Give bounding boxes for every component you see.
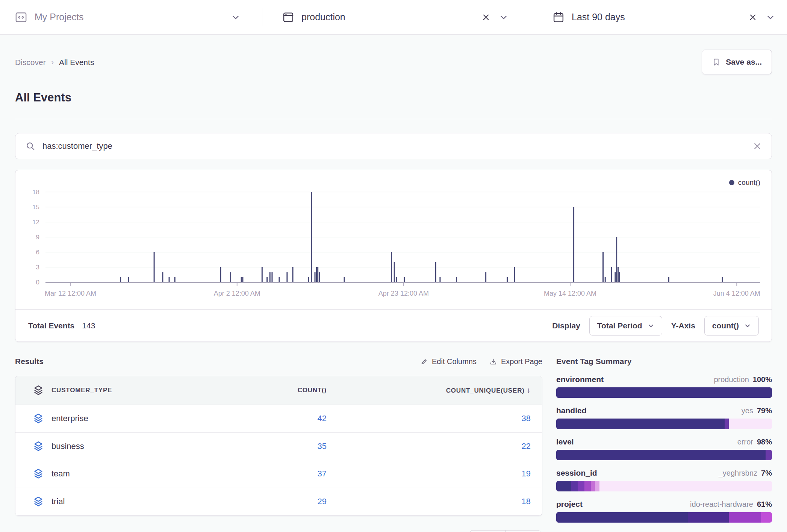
save-as-label: Save as... bbox=[726, 57, 762, 66]
tag-top-value: yes bbox=[742, 407, 753, 415]
table-body: enterprise4238business3522team3719trial2… bbox=[15, 405, 542, 515]
layers-icon bbox=[25, 496, 51, 507]
tag-bar-segment bbox=[571, 481, 578, 491]
search-bar[interactable]: has:customer_type bbox=[15, 133, 772, 159]
count-cell[interactable]: 29 bbox=[199, 497, 327, 506]
clear-search-icon[interactable] bbox=[753, 142, 762, 151]
count-unique-cell[interactable]: 38 bbox=[327, 414, 531, 423]
chevron-down-icon[interactable] bbox=[766, 13, 775, 22]
tag-bar-segment bbox=[556, 419, 725, 429]
table-row[interactable]: enterprise4238 bbox=[15, 405, 542, 433]
tag-bar-segment bbox=[761, 512, 772, 523]
window-icon bbox=[282, 11, 295, 24]
table-row[interactable]: team3719 bbox=[15, 460, 542, 488]
svg-text:Mar 12 12:00 AM: Mar 12 12:00 AM bbox=[45, 290, 96, 297]
search-icon bbox=[25, 141, 36, 151]
tag-percent: 98% bbox=[757, 438, 772, 446]
yaxis-label: Y-Axis bbox=[671, 321, 695, 330]
projects-icon bbox=[14, 11, 28, 24]
count-unique-cell[interactable]: 18 bbox=[327, 497, 531, 506]
tag-bar-segment bbox=[595, 481, 599, 491]
sort-descending-icon: ↓ bbox=[527, 386, 531, 394]
edit-columns-button[interactable]: Edit Columns bbox=[420, 357, 477, 366]
top-bar: My Projects production Last 9 bbox=[0, 0, 787, 35]
svg-text:Apr 23 12:00 AM: Apr 23 12:00 AM bbox=[378, 290, 429, 297]
count-unique-cell[interactable]: 19 bbox=[327, 469, 531, 479]
tag-percent: 61% bbox=[757, 500, 772, 509]
tag-row: projectido-react-hardware61% bbox=[556, 500, 772, 523]
tag-bar[interactable] bbox=[556, 512, 772, 523]
yaxis-dropdown[interactable]: count() bbox=[704, 316, 759, 336]
events-chart[interactable]: 0369121518Mar 12 12:00 AMApr 2 12:00 AMA… bbox=[15, 170, 772, 309]
events-chart-panel: 0369121518Mar 12 12:00 AMApr 2 12:00 AMA… bbox=[15, 170, 772, 342]
tag-percent: 79% bbox=[757, 407, 772, 415]
legend-label: count() bbox=[738, 178, 760, 187]
count-cell[interactable]: 42 bbox=[199, 414, 327, 423]
table-row[interactable]: business3522 bbox=[15, 433, 542, 461]
tag-bar[interactable] bbox=[556, 419, 772, 429]
svg-text:0: 0 bbox=[36, 279, 39, 286]
project-selector-label: My Projects bbox=[35, 12, 84, 23]
pencil-icon bbox=[420, 358, 428, 366]
table-header-row: CUSTOMER_TYPE COUNT() COUNT_UNIQUE(USER)… bbox=[15, 376, 542, 405]
project-selector[interactable]: My Projects bbox=[0, 0, 262, 34]
svg-text:18: 18 bbox=[32, 189, 39, 196]
total-events-label: Total Events bbox=[28, 321, 74, 330]
tag-bar-segment bbox=[729, 419, 772, 429]
download-icon bbox=[489, 358, 497, 366]
environment-filter[interactable]: production bbox=[262, 0, 531, 34]
count-unique-cell[interactable]: 22 bbox=[327, 441, 531, 451]
tag-row: session_id_yeghrsbnz7% bbox=[556, 469, 772, 491]
tag-bar[interactable] bbox=[556, 387, 772, 398]
results-table: CUSTOMER_TYPE COUNT() COUNT_UNIQUE(USER)… bbox=[15, 376, 542, 516]
clear-daterange-icon[interactable] bbox=[749, 13, 757, 21]
svg-text:Apr 2 12:00 AM: Apr 2 12:00 AM bbox=[214, 290, 260, 297]
header-divider bbox=[15, 119, 772, 119]
svg-text:Jun 4 12:00 AM: Jun 4 12:00 AM bbox=[713, 290, 760, 297]
chevron-down-icon[interactable] bbox=[231, 13, 240, 22]
table-row[interactable]: trial2918 bbox=[15, 488, 542, 516]
environment-filter-label: production bbox=[301, 12, 345, 23]
count-cell[interactable]: 35 bbox=[199, 441, 327, 451]
tag-bar-segment bbox=[556, 450, 766, 460]
display-dropdown[interactable]: Total Period bbox=[589, 316, 662, 336]
page-title: All Events bbox=[15, 91, 772, 104]
column-header-count[interactable]: COUNT() bbox=[199, 387, 327, 394]
tag-bar[interactable] bbox=[556, 481, 772, 491]
column-header-customer-type[interactable]: CUSTOMER_TYPE bbox=[51, 387, 199, 394]
save-as-button[interactable]: Save as... bbox=[702, 50, 772, 74]
breadcrumb-discover-link[interactable]: Discover bbox=[15, 58, 46, 67]
column-header-count-unique[interactable]: COUNT_UNIQUE(USER)↓ bbox=[327, 386, 531, 394]
legend-dot-icon bbox=[729, 180, 734, 185]
chart-canvas: 0369121518Mar 12 12:00 AMApr 2 12:00 AMA… bbox=[15, 170, 772, 309]
date-range-filter[interactable]: Last 90 days bbox=[531, 0, 787, 34]
tag-name: level bbox=[556, 437, 574, 446]
column-header-count-unique-label: COUNT_UNIQUE(USER) bbox=[446, 387, 525, 394]
yaxis-dropdown-value: count() bbox=[712, 321, 739, 330]
svg-text:12: 12 bbox=[32, 219, 39, 226]
tag-name: handled bbox=[556, 406, 587, 415]
tag-top-value: production bbox=[714, 375, 749, 384]
pagination-prev-button[interactable] bbox=[470, 530, 505, 532]
count-cell[interactable]: 37 bbox=[199, 469, 327, 479]
tag-summary-heading: Event Tag Summary bbox=[556, 357, 772, 366]
export-page-button[interactable]: Export Page bbox=[489, 357, 542, 366]
clear-environment-icon[interactable] bbox=[482, 13, 490, 21]
tag-bar-segment bbox=[591, 481, 595, 491]
search-input[interactable]: has:customer_type bbox=[42, 141, 753, 151]
tag-row: environmentproduction100% bbox=[556, 375, 772, 398]
chart-legend: count() bbox=[729, 178, 760, 187]
tag-row: levelerror98% bbox=[556, 437, 772, 460]
layers-icon bbox=[25, 413, 51, 424]
customer-type-cell: team bbox=[51, 469, 199, 479]
edit-columns-label: Edit Columns bbox=[432, 357, 477, 366]
pagination-next-button[interactable] bbox=[505, 530, 541, 532]
date-range-label: Last 90 days bbox=[572, 12, 625, 23]
tag-bar-segment bbox=[766, 450, 772, 460]
tag-bar[interactable] bbox=[556, 450, 772, 460]
tag-name: project bbox=[556, 500, 583, 509]
chevron-down-icon[interactable] bbox=[499, 13, 508, 22]
tag-bar-segment bbox=[688, 512, 729, 523]
chevron-down-icon bbox=[744, 322, 751, 329]
tag-bar-segment bbox=[584, 481, 591, 491]
